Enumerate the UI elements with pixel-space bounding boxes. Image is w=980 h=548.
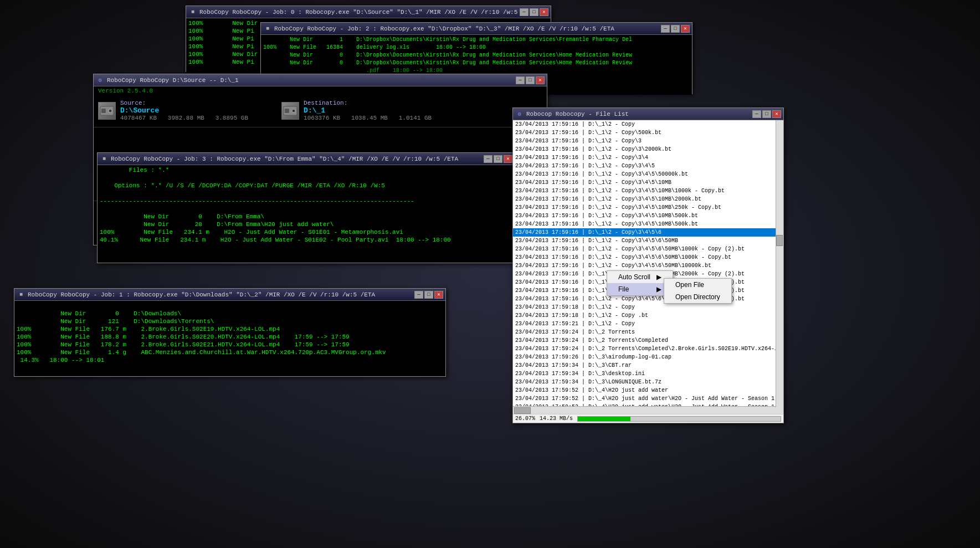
job3-maximize[interactable]: □ [494, 155, 502, 163]
cmd2-maximize[interactable]: □ [671, 25, 680, 33]
filelist-item[interactable]: 23/04/2013 17:59:16 | D:\_1\2 - Copy\3\4… [513, 220, 783, 228]
cmd1-close[interactable]: ✕ [540, 8, 548, 16]
filelist-progress-container [577, 416, 781, 422]
filelist-scrollbar[interactable] [776, 120, 783, 407]
filelist-item[interactable]: 23/04/2013 17:59:16 | D:\_1\2 - Copy\3\4… [513, 178, 783, 187]
cmd2-controls[interactable]: ─ □ ✕ [661, 25, 690, 33]
filelist-item[interactable]: 23/04/2013 17:59:16 | D:\_1\2 - Copy\3\4… [513, 295, 783, 303]
cmd2-minimize[interactable]: ─ [661, 25, 670, 33]
job3-minimize[interactable]: ─ [484, 155, 492, 163]
filelist-item[interactable]: 23/04/2013 17:59:16 | D:\_1\2 - Copy\3\4… [513, 203, 783, 212]
filelist-item[interactable]: 23/04/2013 17:59:16 | D:\_1\2 - Copy\3\2… [513, 145, 783, 153]
job1-titlebar: ■ RoboCopy RoboCopy - Job: 1 : Robocopy.… [14, 289, 445, 301]
filelist-item[interactable]: 23/04/2013 17:59:16 | D:\_1\2 - Copy\3\4… [513, 170, 783, 178]
filelist-item[interactable]: 23/04/2013 17:59:16 | D:\_1\2 - Copy\3 [513, 137, 783, 145]
cmd2-titlebar: ■ RoboCopy RoboCopy - Job: 2 : Robocopy.… [261, 23, 692, 35]
filelist-title: Robocop Robocopy - File List [526, 111, 752, 117]
dest-stats: 1063376 KB 1038.45 MB 1.0141 GB [304, 115, 432, 121]
job1-controls[interactable]: ─ □ ✕ [414, 291, 443, 299]
filelist-item[interactable]: 23/04/2013 17:59:18 | D:\_1\2 - Copy [513, 303, 783, 311]
job1-minimize[interactable]: ─ [414, 291, 423, 299]
job1-l2: New Dir 121 D:\Downloads\Torrents\ [14, 317, 445, 325]
cmd1-controls[interactable]: ─ □ ✕ [520, 8, 548, 16]
submenu[interactable]: Open File Open Directory [664, 278, 732, 304]
hscroll-thumb [514, 407, 531, 414]
filelist-item[interactable]: 23/04/2013 17:59:16 | D:\_1\2 - Copy\3\4 [513, 153, 783, 162]
job3-title: RoboCopy RoboCopy - Job: 3 : Robocopy.ex… [111, 156, 484, 162]
job1-maximize[interactable]: □ [424, 291, 433, 299]
job3-close[interactable]: ✕ [504, 155, 512, 163]
context-file-label: File [618, 285, 629, 293]
filelist-item[interactable]: 23/04/2013 17:59:16 | D:\_1\2 - Copy\3\4… [513, 212, 783, 220]
filelist-minimize[interactable]: ─ [752, 110, 761, 118]
job1-window[interactable]: ■ RoboCopy RoboCopy - Job: 1 : Robocopy.… [14, 288, 446, 377]
svg-rect-4 [285, 109, 289, 113]
job1-close[interactable]: ✕ [434, 291, 443, 299]
context-menu[interactable]: Auto Scroll ▶ File ▶ [607, 270, 673, 296]
dest-path: D:\_1 [304, 106, 432, 115]
context-file[interactable]: File ▶ [607, 283, 673, 295]
context-auto-scroll[interactable]: Auto Scroll ▶ [607, 271, 673, 283]
job3-titlebar: ■ RoboCopy RoboCopy - Job: 3 : Robocopy.… [98, 153, 515, 165]
main-maximize[interactable]: □ [526, 76, 535, 84]
job3-controls[interactable]: ─ □ ✕ [484, 155, 512, 163]
main-controls[interactable]: ─ □ ✕ [516, 76, 545, 84]
filelist-item[interactable]: 23/04/2013 17:59:52 | D:\_4\H2O just add… [513, 386, 783, 395]
filelist-progress-fill [578, 417, 630, 421]
filelist-item[interactable]: 23/04/2013 17:59:34 | D:\_3\LONGUNIQUE.b… [513, 378, 783, 386]
filelist-item[interactable]: 23/04/2013 17:59:16 | D:\_1\2 - Copy\3\4… [513, 237, 783, 245]
main-titlebar: ⚙ RoboCopy RoboCopy D:\Source -- D:\_1 ─… [94, 74, 547, 86]
cmd2-l4: New Dir 0 D:\Dropbox\Documents\Kirstin\R… [261, 59, 692, 67]
filelist-item[interactable]: 23/04/2013 17:59:16 | D:\_1\2 - Copy\500… [513, 129, 783, 137]
job1-l3: 100% New File 176.7 m 2.Broke.Girls.S02E… [14, 325, 445, 333]
filelist-scroll-area[interactable]: 23/04/2013 17:59:16 | D:\_1\2 - Copy23/0… [513, 120, 783, 406]
filelist-maximize[interactable]: □ [762, 110, 771, 118]
job3-l8: 40.1% New File 234.1 m H2O - Just Add Wa… [98, 236, 515, 244]
filelist-item[interactable]: 23/04/2013 17:59:16 | D:\_1\2 - Copy\3\4… [513, 245, 783, 253]
filelist-hscroll[interactable] [513, 406, 783, 414]
cmd2-close[interactable]: ✕ [681, 25, 690, 33]
job3-l5: New Dir 0 D:\From Emma\ [98, 213, 515, 221]
svg-rect-1 [101, 109, 106, 113]
filelist-icon: ⚙ [515, 110, 524, 119]
filelist-item[interactable]: 23/04/2013 17:59:26 | D:\_3\airodump-log… [513, 353, 783, 361]
filelist-item[interactable]: 23/04/2013 17:59:24 | D:\_2 Torrents\Com… [513, 345, 783, 353]
filelist-item[interactable]: 23/04/2013 17:59:16 | D:\_1\2 - Copy [513, 120, 783, 129]
job3-window[interactable]: ■ RoboCopy RoboCopy - Job: 3 : Robocopy.… [97, 152, 515, 263]
filelist-item[interactable]: 23/04/2013 17:59:21 | D:\_1\2 - Copy [513, 320, 783, 328]
cmd2-l3: New Dir 0 D:\Dropbox\Documents\Kirstin\R… [261, 52, 692, 59]
job3-l1: Files : *.* [98, 166, 515, 174]
filelist-item[interactable]: 23/04/2013 17:59:34 | D:\_3\desktop.ini [513, 370, 783, 378]
job1-l4: 100% New File 188.8 m 2.Broke.Girls.S02E… [14, 333, 445, 341]
filelist-item[interactable]: 23/04/2013 17:59:16 | D:\_1\2 - Copy\3\4… [513, 162, 783, 170]
source-label: Source: [120, 100, 248, 106]
submenu-open-file[interactable]: Open File [664, 279, 731, 291]
filelist-item[interactable]: 23/04/2013 17:59:16 | D:\_1\2 - Copy\3\4… [513, 195, 783, 203]
filelist-item[interactable]: 23/04/2013 17:59:24 | D:\_2 Torrents [513, 328, 783, 336]
main-minimize[interactable]: ─ [516, 76, 525, 84]
filelist-item[interactable]: 23/04/2013 17:59:18 | D:\_1\2 - Copy .bt [513, 311, 783, 320]
filelist-item[interactable]: 23/04/2013 17:59:16 | D:\_1\2 - Copy\3\4… [513, 187, 783, 195]
open-dir-label: Open Directory [675, 293, 720, 301]
cmd1-maximize[interactable]: □ [530, 8, 538, 16]
filelist-item[interactable]: 23/04/2013 17:59:24 | D:\_2 Torrents\Com… [513, 336, 783, 345]
main-close[interactable]: ✕ [536, 76, 545, 84]
dest-box: Destination: D:\_1 1063376 KB 1038.45 MB… [281, 100, 432, 121]
version-text: Version 2.5.4.0 [94, 86, 547, 95]
filelist-item[interactable]: 23/04/2013 17:59:16 | D:\_1\2 - Copy\3\4… [513, 253, 783, 262]
filelist-item[interactable]: 23/04/2013 17:59:16 | D:\_1\2 - Copy\3\4… [513, 228, 783, 237]
filelist-close[interactable]: ✕ [772, 110, 781, 118]
submenu-open-dir[interactable]: Open Directory [664, 291, 731, 303]
filelist-scrollbar-thumb[interactable] [776, 235, 783, 246]
filelist-item[interactable]: 23/04/2013 17:59:16 | D:\_1\2 - Copy\3\4… [513, 262, 783, 270]
filelist-controls[interactable]: ─ □ ✕ [752, 110, 781, 118]
filelist-item[interactable]: 23/04/2013 17:59:34 | D:\_3\CBT.rar [513, 361, 783, 370]
cmd1-minimize[interactable]: ─ [520, 8, 529, 16]
cmd2-icon: ■ [263, 24, 272, 33]
file-arrow: ▶ [656, 285, 661, 293]
filelist-window[interactable]: ⚙ Robocop Robocopy - File List ─ □ ✕ 23/… [512, 107, 784, 423]
dest-info: Destination: D:\_1 1063376 KB 1038.45 MB… [304, 100, 432, 121]
job3-sep [98, 190, 515, 197]
job3-content: Files : *.* Options : *.* /U /S /E /DCOP… [98, 165, 515, 263]
filelist-item[interactable]: 23/04/2013 17:59:52 | D:\_4\H2O just add… [513, 395, 783, 403]
